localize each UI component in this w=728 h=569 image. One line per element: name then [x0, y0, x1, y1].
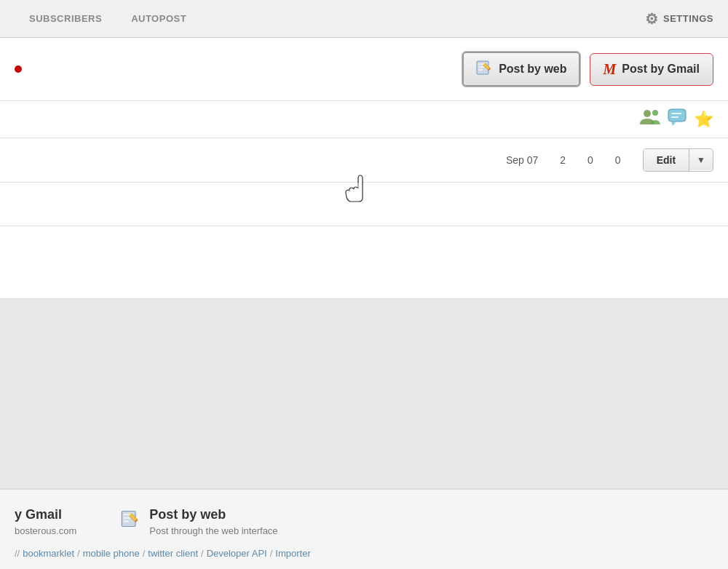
settings-label: SETTINGS [663, 13, 713, 24]
svg-rect-14 [671, 113, 681, 114]
bottom-web-text-col: Post by web Post through the web interfa… [149, 507, 277, 536]
subscribers-tab[interactable]: SUBSCRIBERS [15, 0, 116, 37]
action-row: Post by web M Post by Gmail [0, 38, 728, 101]
main-content: Post by web M Post by Gmail [0, 38, 728, 299]
post-by-gmail-button[interactable]: M Post by Gmail [590, 53, 714, 86]
svg-rect-12 [668, 109, 686, 122]
bottom-web-title: Post by web [149, 507, 277, 522]
footer-mobile-link[interactable]: mobile phone [83, 548, 140, 559]
footer-twitter-link[interactable]: twitter client [148, 548, 198, 559]
footer-devapi-link[interactable]: Developer API [207, 548, 267, 559]
svg-rect-3 [478, 69, 483, 71]
gmail-m-icon: M [604, 61, 617, 78]
post-by-web-button[interactable]: Post by web [462, 51, 580, 87]
date-value: Sep 07 [506, 154, 538, 166]
data-row: Sep 07 2 0 0 Edit ▼ [0, 138, 728, 183]
footer-sep-1: / [77, 548, 80, 559]
count1-value: 2 [560, 154, 566, 166]
star-icon: ⭐ [694, 110, 713, 129]
footer-sep-4: / [270, 548, 273, 559]
footer-sep-2: / [143, 548, 146, 559]
edit-dropdown-button[interactable]: ▼ [689, 150, 713, 170]
pencil-paper-icon-bottom [120, 509, 141, 532]
bottom-section: y Gmail bosterous.com Post by w [0, 488, 728, 569]
svg-point-11 [652, 110, 658, 116]
edit-button[interactable]: Edit [644, 149, 689, 171]
autopost-tab[interactable]: AUTOPOST [116, 0, 201, 37]
bottom-gmail-title: y Gmail [15, 507, 76, 522]
red-dot [15, 65, 22, 73]
empty-row-2 [0, 226, 728, 299]
bottom-gmail-col: y Gmail bosterous.com [15, 507, 76, 536]
chat-icon [668, 108, 687, 130]
footer-links: // bookmarklet / mobile phone / twitter … [15, 548, 713, 559]
footer-bookmarklet-link[interactable]: bookmarklet [23, 548, 74, 559]
footer-sep-start: // [15, 548, 20, 559]
count2-value: 0 [587, 154, 593, 166]
footer-sep-3: / [201, 548, 204, 559]
svg-point-10 [644, 110, 651, 117]
settings-button[interactable]: ⚙ SETTINGS [645, 10, 713, 28]
svg-rect-15 [671, 116, 678, 118]
pencil-paper-icon [475, 59, 493, 79]
group-icon [640, 108, 660, 130]
post-gmail-label: Post by Gmail [622, 63, 700, 76]
icons-row: ⭐ [0, 101, 728, 138]
gear-icon: ⚙ [645, 10, 659, 28]
bottom-web-sub: Post through the web interface [149, 525, 277, 536]
footer-importer-link[interactable]: Importer [275, 548, 310, 559]
bottom-top-row: y Gmail bosterous.com Post by w [15, 507, 713, 536]
top-nav: SUBSCRIBERS AUTOPOST ⚙ SETTINGS [0, 0, 728, 38]
bottom-web-col: Post by web Post through the web interfa… [120, 507, 277, 536]
svg-rect-18 [124, 517, 130, 519]
edit-button-group: Edit ▼ [643, 148, 713, 172]
empty-row-1 [0, 183, 728, 226]
bottom-gmail-sub: bosterous.com [15, 525, 76, 536]
count3-value: 0 [615, 154, 621, 166]
post-web-label: Post by web [499, 63, 566, 76]
svg-rect-2 [478, 66, 484, 68]
svg-rect-19 [124, 520, 129, 522]
svg-marker-13 [671, 122, 676, 126]
